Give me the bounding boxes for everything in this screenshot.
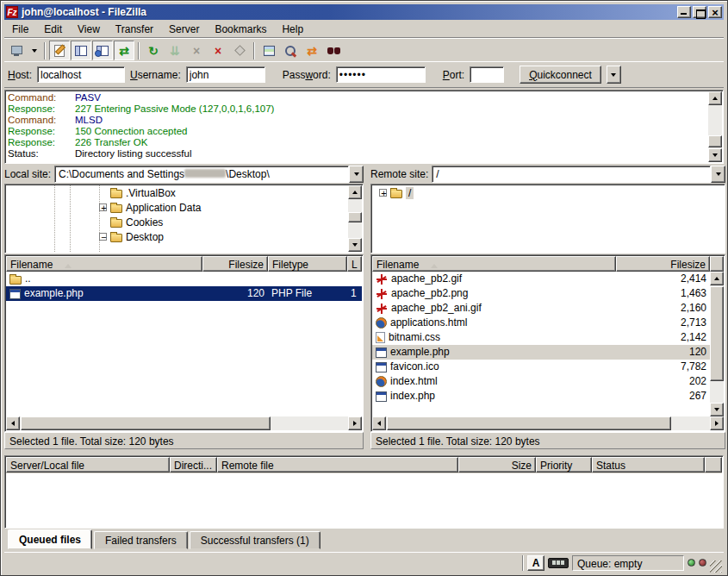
maximize-button[interactable] [693, 6, 706, 18]
scroll-up-button[interactable] [710, 272, 724, 285]
file-row[interactable]: favicon.ico 7,782 [372, 360, 710, 374]
local-list-hscrollbar[interactable] [6, 416, 362, 430]
quickconnect-dropdown-button[interactable] [607, 66, 621, 84]
expand-icon[interactable] [99, 203, 107, 211]
tree-item-virtualbox[interactable]: .VirtualBox [6, 185, 348, 200]
scroll-down-button[interactable] [710, 403, 724, 416]
tree-item-cookies[interactable]: Cookies [6, 215, 348, 229]
column-header-size[interactable]: Size [458, 457, 536, 473]
toggle-local-tree-button[interactable] [71, 41, 91, 60]
close-button[interactable] [708, 6, 722, 18]
cancel-operation-button[interactable]: × [186, 41, 207, 60]
refresh-button[interactable]: ↻ [143, 41, 164, 60]
scroll-left-button[interactable] [372, 416, 386, 430]
column-header-priority[interactable]: Priority [536, 457, 592, 473]
local-site-path[interactable]: C:\Documents and Settings\Desktop\ [54, 166, 349, 183]
remote-site-combobox[interactable]: / [432, 166, 725, 183]
tree-item-desktop[interactable]: Desktop [6, 229, 348, 244]
file-row[interactable]: index.html 202 [372, 374, 710, 389]
tab-queued-files[interactable]: Queued files [8, 529, 92, 549]
column-header-last-modified[interactable]: L [347, 256, 362, 272]
scroll-down-button[interactable] [348, 238, 362, 252]
menu-file[interactable]: File [4, 22, 36, 36]
title-bar[interactable]: Fz john@localhost - FileZilla [4, 4, 724, 20]
minimize-button[interactable] [677, 6, 691, 18]
site-manager-dropdown-button[interactable] [28, 41, 40, 60]
directory-comparison-button[interactable] [258, 41, 279, 60]
scrollbar-thumb[interactable] [387, 416, 671, 430]
file-row[interactable]: apache_pb2.png 1,463 [372, 286, 710, 301]
file-row-selected[interactable]: example.php 120 PHP File 1 [6, 286, 362, 301]
filter-button[interactable] [323, 41, 344, 60]
local-site-combobox[interactable]: C:\Documents and Settings\Desktop\ [54, 166, 364, 183]
menu-help[interactable]: Help [274, 22, 311, 36]
port-input[interactable] [470, 66, 504, 83]
scrollbar-thumb[interactable] [348, 212, 362, 222]
remote-list-hscrollbar[interactable] [372, 416, 724, 430]
speed-limits-icon[interactable] [548, 558, 569, 568]
scroll-up-button[interactable] [708, 91, 722, 105]
collapse-icon[interactable] [99, 233, 107, 241]
scroll-right-button[interactable] [348, 416, 362, 430]
remote-list-scrollbar[interactable] [710, 272, 724, 416]
toggle-message-log-button[interactable] [49, 41, 70, 60]
column-header-direction[interactable]: Directi... [170, 457, 217, 473]
find-files-button[interactable] [280, 41, 301, 60]
app-icon[interactable]: Fz [6, 6, 18, 18]
column-header-filename[interactable]: Filename [372, 256, 616, 272]
file-row[interactable]: index.php 267 [372, 389, 710, 404]
tab-successful-transfers[interactable]: Successful transfers (1) [190, 531, 320, 549]
local-tree-scrollbar[interactable] [348, 185, 362, 252]
toggle-transfer-queue-button[interactable]: ⇄ [114, 41, 134, 60]
scroll-up-button[interactable] [348, 185, 362, 199]
remote-site-path[interactable]: / [432, 166, 711, 183]
quickconnect-button[interactable]: Quickconnect [520, 66, 601, 84]
column-header-filesize[interactable]: Filesize [202, 256, 268, 272]
site-manager-button[interactable] [6, 41, 27, 60]
log-scrollbar[interactable] [708, 91, 722, 162]
column-header-filename[interactable]: Filename [6, 256, 202, 272]
local-tree-body[interactable]: .VirtualBox Application Data Cookies Des… [6, 185, 348, 252]
data-type-indicator-icon[interactable]: A [527, 555, 544, 571]
column-header-filesize[interactable]: Filesize [616, 256, 710, 272]
expand-icon[interactable] [379, 189, 387, 197]
file-row[interactable]: bitnami.css 2,142 [372, 330, 710, 345]
menu-transfer[interactable]: Transfer [108, 22, 161, 36]
menu-edit[interactable]: Edit [36, 22, 70, 36]
scrollbar-thumb[interactable] [708, 135, 722, 147]
file-row[interactable]: applications.html 2,713 [372, 316, 710, 330]
username-input[interactable] [186, 66, 265, 83]
resize-grip[interactable] [710, 560, 722, 573]
scroll-left-button[interactable] [6, 416, 20, 430]
disconnect-button[interactable]: × [208, 41, 228, 60]
menu-server[interactable]: Server [161, 22, 207, 36]
tab-failed-transfers[interactable]: Failed transfers [94, 531, 188, 549]
synchronized-browsing-button[interactable]: ⇄ [302, 41, 322, 60]
remote-tree-body[interactable]: / [372, 185, 724, 252]
file-row[interactable]: apache_pb2_ani.gif 2,160 [372, 301, 710, 316]
scrollbar-thumb[interactable] [21, 416, 271, 430]
reconnect-button[interactable] [229, 41, 250, 60]
menu-bookmarks[interactable]: Bookmarks [207, 22, 274, 36]
toggle-remote-tree-button[interactable] [92, 41, 113, 60]
password-input[interactable] [336, 66, 426, 83]
file-row[interactable]: apache_pb2.gif 2,414 [372, 272, 710, 286]
process-queue-button[interactable]: ⇊ [165, 41, 185, 60]
file-row-selected[interactable]: example.php 120 [372, 345, 710, 360]
column-header-local-file[interactable]: Server/Local file [6, 457, 170, 473]
tree-item-root[interactable]: / [372, 185, 724, 200]
queue-body[interactable] [6, 473, 722, 527]
column-header-status[interactable]: Status [592, 457, 705, 473]
scroll-down-button[interactable] [708, 148, 722, 162]
remote-site-dropdown-button[interactable] [711, 166, 725, 183]
column-header-remote-file[interactable]: Remote file [217, 457, 458, 473]
local-site-dropdown-button[interactable] [349, 166, 364, 183]
scrollbar-thumb[interactable] [710, 286, 724, 381]
scroll-right-button[interactable] [710, 416, 724, 430]
host-input[interactable] [37, 66, 125, 83]
parent-directory-row[interactable]: .. [6, 272, 362, 286]
tree-item-application-data[interactable]: Application Data [6, 200, 348, 215]
column-header-filetype[interactable]: Filetype [268, 256, 347, 272]
window-title: john@localhost - FileZilla [22, 6, 675, 18]
menu-view[interactable]: View [70, 22, 108, 36]
